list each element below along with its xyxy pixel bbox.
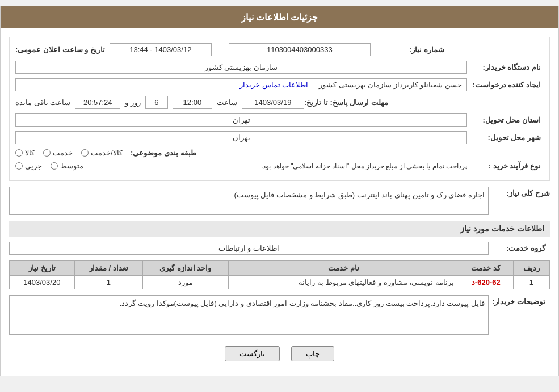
cell-service-code: 620-62-د	[459, 276, 513, 289]
print-button[interactable]: چاپ	[291, 346, 334, 361]
deadline-label: مهلت ارسال پاسخ: تا تاریخ:	[304, 98, 388, 107]
buyer-notes-label: توضیحات خریدار:	[489, 295, 545, 306]
city-row: شهر محل تحویل: تهران	[15, 131, 544, 144]
province-row: استان محل تحویل: تهران	[15, 113, 544, 127]
col-header-row-num: ردیف	[513, 261, 549, 276]
org-row: نام دستگاه خریدار: سازمان بهزیستی کشور	[15, 61, 544, 74]
category-row: طبقه بندی موضوعی: کالا/خدمت خدمت کالا	[15, 149, 544, 157]
table-row: 1 620-62-د برنامه نویسی، مشاوره و فعالیت…	[10, 276, 550, 289]
deadline-days: 6	[145, 96, 168, 109]
services-table: ردیف کد خدمت نام خدمت واحد اندازه گیری ت…	[9, 260, 550, 289]
creator-label: ایجاد کننده درخواست:	[467, 81, 541, 89]
category-option-khedmat[interactable]: خدمت	[43, 149, 73, 157]
category-option-kala-khedmat[interactable]: کالا/خدمت	[81, 149, 123, 157]
services-section-title: اطلاعات خدمات مورد نیاز	[9, 221, 550, 237]
purchase-note: پرداخت تمام یا بخشی از مبلغ خریداز محل "…	[92, 162, 467, 170]
category-options: کالا/خدمت خدمت کالا	[15, 149, 123, 157]
province-label: استان محل تحویل:	[467, 116, 541, 124]
creator-contact-link[interactable]: اطلاعات تماس خریدار	[239, 81, 308, 89]
page-header: جزئیات اطلاعات نیاز	[1, 6, 558, 28]
category-option-khedmat-label: خدمت	[53, 149, 73, 157]
category-option-kala-label: کالا	[25, 149, 35, 157]
deadline-remaining: 20:57:24	[75, 96, 120, 109]
deadline-time-label: ساعت	[217, 98, 237, 107]
category-option-kala[interactable]: کالا	[15, 149, 35, 157]
deadline-date: 1403/03/19	[242, 96, 304, 109]
deadline-day-label: روز و	[125, 98, 141, 107]
city-value: تهران	[15, 131, 467, 144]
org-value: سازمان بهزیستی کشور	[15, 61, 467, 74]
service-group-label: گروه خدمت:	[489, 244, 545, 252]
need-desc-section: شرح کلی نیاز: اجاره فضای رک و تامین پهنا…	[9, 187, 550, 215]
col-header-date: تاریخ نیاز	[10, 261, 75, 276]
buttons-row: چاپ بازگشت	[9, 340, 550, 367]
announce-label: تاریخ و ساعت اعلان عمومی:	[15, 45, 105, 54]
creator-text: حسن شعبانلو کاربرداز سازمان بهزیستی کشور	[319, 81, 462, 89]
purchase-option-motavasset[interactable]: متوسط	[51, 162, 83, 170]
deadline-remaining-label: ساعت باقی مانده	[15, 98, 70, 107]
buyer-notes-section: توضیحات خریدار: فایل پیوست دارد.پرداخت ب…	[9, 295, 550, 335]
category-option-kala-khedmat-label: کالا/خدمت	[91, 149, 123, 157]
org-label: نام دستگاه خریدار:	[467, 63, 541, 71]
col-header-unit: واحد اندازه گیری	[142, 261, 228, 276]
need-number-label: شماره نیاز:	[371, 45, 444, 54]
purchase-radio-jozi[interactable]	[15, 162, 23, 170]
cell-quantity: 1	[74, 276, 142, 289]
category-label: طبقه بندی موضوعی:	[123, 149, 196, 157]
main-content: شماره نیاز: 1103004403000333 1403/03/12 …	[1, 28, 558, 376]
purchase-option-jozi[interactable]: جزیی	[15, 162, 42, 170]
cell-date: 1403/03/20	[10, 276, 75, 289]
deadline-time: 12:00	[173, 96, 212, 109]
province-value: تهران	[15, 113, 467, 127]
col-header-service-code: کد خدمت	[459, 261, 513, 276]
creator-value: حسن شعبانلو کاربرداز سازمان بهزیستی کشور…	[15, 78, 467, 91]
need-number-value: 1103004403000333	[229, 43, 371, 56]
service-group-value: اطلاعات و ارتباطات	[9, 242, 489, 255]
need-desc-value: اجاره فضای رک و تامین پهنای باند اینترنت…	[9, 187, 489, 215]
purchase-type-label: نوع فرآیند خرید :	[467, 162, 541, 170]
service-group-section: گروه خدمت: اطلاعات و ارتباطات	[9, 242, 550, 255]
need-number-row: شماره نیاز: 1103004403000333 1403/03/12 …	[15, 43, 544, 56]
purchase-option-motavasset-label: متوسط	[60, 162, 83, 170]
cell-service-name: برنامه نویسی، مشاوره و فعالیتهای مربوط ب…	[229, 276, 459, 289]
table-header-row: ردیف کد خدمت نام خدمت واحد اندازه گیری ت…	[10, 261, 550, 276]
creator-row: ایجاد کننده درخواست: حسن شعبانلو کاربردا…	[15, 78, 544, 91]
page-title: جزئیات اطلاعات نیاز	[241, 12, 318, 22]
purchase-type-row: نوع فرآیند خرید : متوسط جزیی پرداخت تمام…	[15, 162, 544, 170]
city-label: شهر محل تحویل:	[467, 133, 541, 142]
back-button[interactable]: بازگشت	[225, 346, 280, 361]
purchase-option-jozi-label: جزیی	[25, 162, 42, 170]
category-radio-khedmat[interactable]	[43, 149, 51, 157]
purchase-radio-motavasset[interactable]	[51, 162, 58, 170]
col-header-quantity: تعداد / مقدار	[74, 261, 142, 276]
buyer-notes-value: فایل پیوست دارد.پرداخت بیست روز کاری..مف…	[9, 295, 489, 335]
category-radio-kala[interactable]	[15, 149, 23, 157]
page-wrapper: جزئیات اطلاعات نیاز شماره نیاز: 11030044…	[0, 6, 559, 376]
deadline-row: مهلت ارسال پاسخ: تا تاریخ: 1403/03/19 سا…	[15, 96, 544, 109]
main-form-section: شماره نیاز: 1103004403000333 1403/03/12 …	[9, 37, 550, 181]
announce-value: 1403/03/12 - 13:44	[110, 43, 212, 56]
col-header-service-name: نام خدمت	[229, 261, 459, 276]
category-radio-kala-khedmat[interactable]	[81, 149, 89, 157]
need-desc-label: شرح کلی نیاز:	[493, 187, 550, 197]
cell-row-num: 1	[513, 276, 549, 289]
cell-unit: مورد	[142, 276, 228, 289]
